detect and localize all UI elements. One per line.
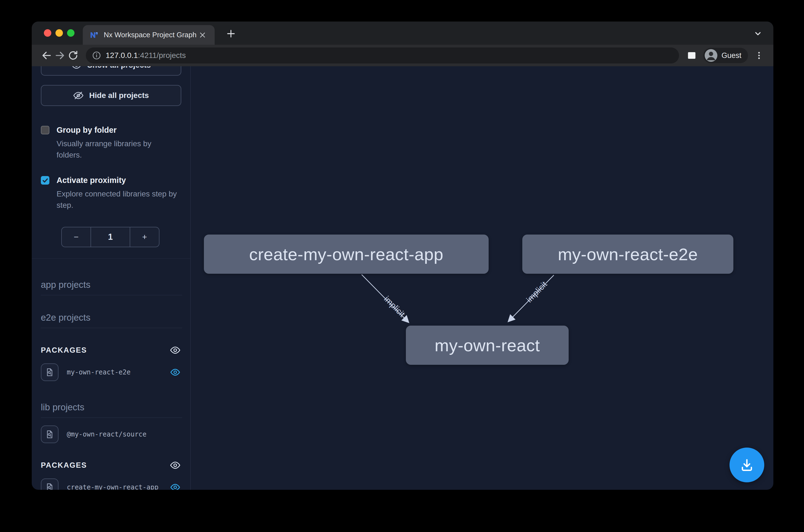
- eye-icon: [71, 66, 82, 70]
- browser-tab[interactable]: Nx Workspace Project Graph: [83, 25, 215, 45]
- hide-all-projects-button[interactable]: Hide all projects: [41, 85, 181, 106]
- edge-label: implicit: [382, 294, 407, 319]
- toggle-project-visibility-eye-icon[interactable]: [170, 482, 181, 490]
- sidebar-divider: [32, 258, 190, 259]
- e2e-projects-heading: e2e projects: [41, 312, 182, 328]
- site-info-icon[interactable]: [92, 51, 101, 60]
- packages-section-header: PACKAGES: [41, 460, 181, 471]
- toggle-section-visibility-eye-icon[interactable]: [170, 345, 181, 356]
- profile-chip[interactable]: Guest: [703, 48, 748, 63]
- project-name: create-my-own-react-app: [67, 483, 170, 490]
- project-row: @my-own-react/source: [41, 425, 181, 443]
- browser-toolbar: 127.0.0.1:4211/projects Guest: [32, 45, 773, 66]
- nx-logo-icon: [90, 30, 99, 40]
- increment-button[interactable]: +: [130, 227, 159, 247]
- graph-node-my-own-react[interactable]: my-own-react: [406, 326, 569, 365]
- project-detail-icon[interactable]: [41, 425, 58, 443]
- back-button[interactable]: [40, 49, 53, 62]
- download-icon: [739, 457, 755, 473]
- group-by-folder-checkbox[interactable]: [41, 126, 50, 134]
- graph-node-my-own-react-e2e[interactable]: my-own-react-e2e: [522, 234, 733, 274]
- project-row: create-my-own-react-app: [41, 478, 181, 490]
- group-by-folder-description: Visually arrange libraries by folders.: [57, 138, 179, 160]
- avatar-icon: [705, 49, 717, 62]
- forward-button[interactable]: [53, 49, 66, 62]
- new-tab-button[interactable]: [225, 27, 237, 40]
- activate-proximity-label: Activate proximity: [57, 175, 179, 185]
- minimize-window-button[interactable]: [55, 29, 63, 37]
- activate-proximity-description: Explore connected libraries step by step…: [57, 188, 179, 211]
- zoom-window-button[interactable]: [67, 29, 75, 37]
- group-by-folder-label: Group by folder: [57, 125, 179, 135]
- page-content: Show all projects Hide all projects Grou…: [32, 66, 773, 490]
- project-detail-icon[interactable]: [41, 363, 58, 381]
- download-graph-button[interactable]: [729, 448, 764, 482]
- tab-strip: Nx Workspace Project Graph: [32, 21, 773, 45]
- sidebar: Show all projects Hide all projects Grou…: [32, 66, 190, 490]
- project-row: my-own-react-e2e: [41, 363, 181, 381]
- lib-projects-heading: lib projects: [41, 402, 182, 418]
- graph-node-create-my-own-react-app[interactable]: create-my-own-react-app: [204, 234, 489, 274]
- side-panel-icon[interactable]: [685, 49, 698, 62]
- project-detail-icon[interactable]: [41, 478, 58, 490]
- app-projects-heading: app projects: [41, 280, 182, 295]
- packages-heading: PACKAGES: [41, 346, 87, 355]
- activate-proximity-option: Activate proximity Explore connected lib…: [41, 175, 179, 211]
- project-graph-canvas[interactable]: implicit implicit create-my-own-react-ap…: [190, 66, 773, 490]
- toggle-project-visibility-eye-icon[interactable]: [170, 367, 181, 378]
- url-host: 127.0.0.1: [106, 51, 138, 60]
- show-all-projects-button[interactable]: Show all projects: [41, 66, 181, 76]
- tab-title: Nx Workspace Project Graph: [104, 31, 197, 39]
- hide-all-projects-label: Hide all projects: [89, 91, 149, 100]
- group-by-folder-option: Group by folder Visually arrange librari…: [41, 125, 179, 160]
- close-window-button[interactable]: [44, 29, 51, 37]
- url-path: :4211/projects: [138, 51, 186, 60]
- tab-search-chevron-icon[interactable]: [753, 29, 763, 39]
- project-name: @my-own-react/source: [67, 431, 181, 438]
- profile-label: Guest: [722, 51, 741, 60]
- address-bar[interactable]: 127.0.0.1:4211/projects: [86, 48, 679, 63]
- edge-label: implicit: [524, 280, 549, 304]
- checkmark-icon: [42, 177, 49, 184]
- packages-section-header: PACKAGES: [41, 345, 181, 356]
- browser-window: Nx Workspace Project Graph 127.0.0.1:421…: [32, 21, 773, 490]
- traffic-lights: [44, 29, 75, 37]
- url-text: 127.0.0.1:4211/projects: [106, 51, 186, 60]
- toggle-section-visibility-eye-icon[interactable]: [170, 460, 181, 471]
- show-all-projects-label: Show all projects: [87, 66, 151, 70]
- activate-proximity-checkbox[interactable]: [41, 176, 50, 185]
- proximity-depth-value: 1: [91, 227, 130, 247]
- browser-menu-icon[interactable]: [753, 50, 765, 61]
- decrement-button[interactable]: −: [62, 227, 91, 247]
- eye-off-icon: [73, 90, 83, 101]
- tab-close-icon[interactable]: [197, 30, 208, 41]
- graph-edges: implicit implicit: [191, 66, 773, 490]
- project-name: my-own-react-e2e: [67, 368, 170, 376]
- packages-heading: PACKAGES: [41, 461, 87, 470]
- proximity-depth-stepper: − 1 +: [61, 227, 159, 247]
- reload-button[interactable]: [66, 49, 80, 62]
